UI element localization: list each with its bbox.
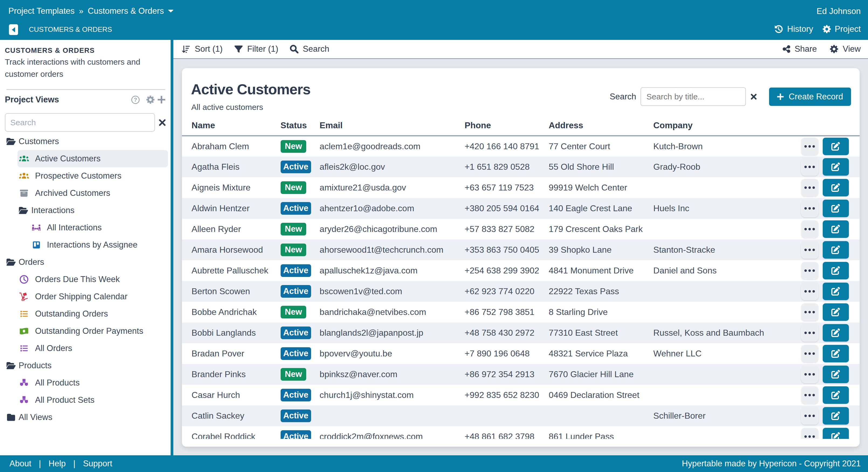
- svg-text:?: ?: [134, 97, 137, 103]
